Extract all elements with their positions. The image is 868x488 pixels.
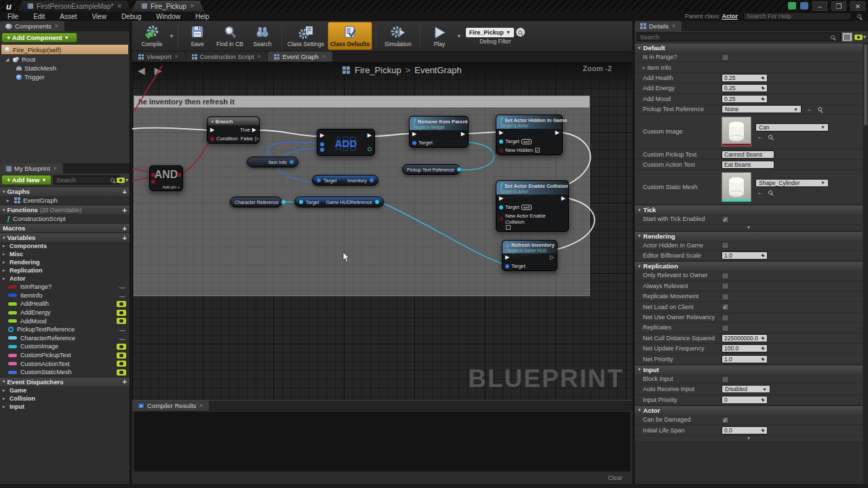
- drag-resize-icon[interactable]: [761, 428, 765, 432]
- true-exec-pin[interactable]: ▶: [252, 127, 256, 133]
- exec-in-pin[interactable]: ▶: [412, 131, 416, 137]
- close-tab-icon[interactable]: ✕: [190, 3, 195, 9]
- graph-tab[interactable]: Viewport ✕: [132, 52, 185, 62]
- variable-row[interactable]: CustomActionText: [0, 359, 130, 368]
- visibility-eye-icon[interactable]: [119, 327, 126, 331]
- new-collision-pin[interactable]: [499, 217, 503, 221]
- variables-section-header[interactable]: ▾Variables +: [0, 232, 130, 242]
- bool-in-pin[interactable]: [151, 180, 155, 184]
- close-tab-icon[interactable]: ✕: [174, 54, 179, 60]
- visibility-eye-icon[interactable]: [117, 352, 126, 359]
- details-panel-tab[interactable]: Details ✕: [635, 21, 682, 31]
- search-button[interactable]: Search: [247, 22, 278, 50]
- details-view-options-button[interactable]: ▾: [854, 34, 866, 40]
- variable-category[interactable]: ▸Components: [0, 242, 130, 250]
- text-input[interactable]: Eat Beans: [722, 161, 774, 169]
- asset-dropdown[interactable]: Can▼: [755, 123, 829, 131]
- checkbox[interactable]: ✓: [535, 148, 540, 152]
- variable-row[interactable]: AddHealth: [0, 300, 130, 308]
- add-variable-button[interactable]: +: [123, 234, 127, 242]
- value-out-pin[interactable]: [281, 200, 285, 204]
- compile-options-chevron-icon[interactable]: ▼: [169, 33, 174, 39]
- menu-item[interactable]: Help: [188, 13, 217, 20]
- use-selected-icon[interactable]: ←: [757, 134, 764, 140]
- exec-in-pin[interactable]: ▶: [505, 255, 509, 260]
- drag-resize-icon[interactable]: [761, 86, 765, 90]
- target-in-pin[interactable]: [317, 178, 321, 182]
- variable-row[interactable]: IsInRange?: [0, 283, 130, 291]
- maximize-button[interactable]: ❐: [831, 1, 846, 11]
- number-input[interactable]: 0.25: [722, 84, 768, 92]
- event-dispatchers-section-header[interactable]: ▾Event Dispatchers +: [0, 377, 130, 386]
- variable-row[interactable]: CustomPickupText: [0, 351, 130, 360]
- asset-thumbnail[interactable]: [722, 117, 751, 146]
- property-checkbox[interactable]: [722, 272, 729, 279]
- exec-out-pin[interactable]: ▶: [555, 130, 559, 136]
- drag-resize-icon[interactable]: [761, 97, 765, 101]
- visibility-eye-icon[interactable]: [119, 336, 126, 340]
- property-checkbox[interactable]: [722, 54, 729, 61]
- node-pickup-text-reference[interactable]: Pickup Text Reference: [402, 164, 460, 175]
- blueprint-search-input[interactable]: [54, 176, 119, 184]
- menu-item[interactable]: Edit: [26, 13, 52, 20]
- visibility-eye-icon[interactable]: [117, 318, 126, 324]
- component-tree-item[interactable]: StaticMesh: [0, 64, 130, 73]
- section-header[interactable]: ▾ Actor: [635, 405, 863, 415]
- window-tab[interactable]: FirstPersonExampleMap* ✕: [18, 1, 132, 12]
- exec-out-pin[interactable]: ▷: [550, 255, 554, 260]
- drag-resize-icon[interactable]: [761, 398, 765, 402]
- asset-thumbnail[interactable]: [722, 172, 751, 202]
- close-tab-icon[interactable]: ✕: [257, 54, 262, 60]
- property-checkbox[interactable]: [722, 293, 729, 300]
- number-input[interactable]: 1.0: [722, 355, 768, 363]
- condition-pin[interactable]: [210, 137, 214, 141]
- minimize-button[interactable]: –: [812, 1, 827, 11]
- drag-resize-icon[interactable]: [761, 346, 765, 350]
- target-pin[interactable]: [412, 141, 416, 145]
- close-tab-icon[interactable]: ✕: [117, 3, 122, 9]
- false-exec-pin[interactable]: ▷: [255, 136, 259, 142]
- drag-resize-icon[interactable]: [761, 336, 765, 340]
- exec-out-pin[interactable]: ▶: [561, 196, 566, 201]
- browse-icon[interactable]: [768, 135, 772, 139]
- menu-item[interactable]: Asset: [52, 13, 84, 20]
- target-pin[interactable]: [499, 140, 503, 144]
- play-options-chevron-icon[interactable]: ▼: [456, 33, 462, 39]
- value-out-pin[interactable]: [370, 178, 374, 182]
- node-item-info[interactable]: Item Info: [247, 157, 298, 167]
- expand-advanced-button[interactable]: ▼: [635, 225, 863, 231]
- class-defaults-button[interactable]: Class Defaults: [328, 22, 372, 50]
- variable-row[interactable]: AddEnergy: [0, 308, 130, 317]
- number-input[interactable]: 0: [722, 396, 768, 404]
- node-and[interactable]: AND Add pin +: [149, 165, 183, 191]
- section-header[interactable]: ▾ Default: [635, 43, 863, 52]
- node-remove-from-parent[interactable]: ƒ Remove from ParentTarget is Widget ▶▶ …: [409, 116, 469, 148]
- debug-search-button[interactable]: [516, 28, 525, 37]
- clear-button[interactable]: Clear: [608, 474, 623, 481]
- node-refresh-inventory[interactable]: ◇ Refresh InventoryTarget is Game HUD ▶▷…: [502, 240, 557, 271]
- details-scrollbar[interactable]: [863, 43, 868, 484]
- exec-in-pin[interactable]: ▶: [210, 127, 214, 133]
- expand-advanced-button[interactable]: ▼: [635, 436, 863, 442]
- expand-triangle-icon[interactable]: ◢: [5, 57, 10, 62]
- dispatcher-category[interactable]: ▸Input: [0, 403, 130, 411]
- visibility-eye-icon[interactable]: [117, 361, 126, 367]
- menu-item[interactable]: File: [0, 13, 26, 20]
- node-character-reference[interactable]: Character Reference: [230, 197, 282, 207]
- visibility-filter-button[interactable]: ▾: [117, 177, 128, 183]
- number-input[interactable]: 1.0: [722, 251, 768, 260]
- compiler-results-tab[interactable]: > Compiler Results ✕: [132, 401, 209, 411]
- exec-out-pin[interactable]: ▶: [461, 131, 465, 137]
- exec-in-pin[interactable]: ▶: [499, 196, 503, 201]
- add-graph-button[interactable]: +: [123, 188, 127, 196]
- node-set-actor-hidden[interactable]: ƒ Set Actor Hidden In GameTarget is Acto…: [496, 115, 563, 155]
- debug-object-dropdown[interactable]: Fire_Pickup▼: [466, 28, 514, 37]
- use-selected-icon[interactable]: ←: [757, 189, 764, 196]
- property-checkbox[interactable]: [722, 282, 729, 289]
- macros-section-header[interactable]: Macros +: [0, 223, 130, 232]
- visibility-eye-icon[interactable]: [117, 301, 126, 307]
- add-pin-button[interactable]: Add pin +: [162, 185, 180, 189]
- property-checkbox[interactable]: ✓: [722, 416, 729, 424]
- component-tree-item[interactable]: Trigger: [0, 73, 130, 81]
- array-pin[interactable]: [320, 142, 324, 146]
